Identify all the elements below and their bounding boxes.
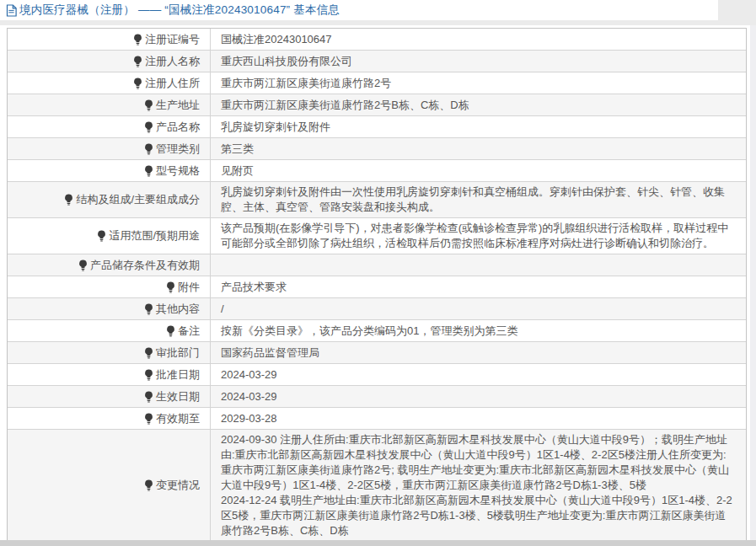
table-row: 适用范围/预期用途 该产品预期(在影像学引导下)，对患者影像学检查(或触诊检查异… [8, 218, 746, 254]
lightbulb-icon [133, 78, 142, 89]
table-row: 产品储存条件及有效期 [8, 254, 746, 276]
row-value: 见附页 [211, 160, 746, 181]
row-label-cell: 产品名称 [8, 116, 211, 137]
row-label-cell: 结构及组成/主要组成成分 [8, 182, 211, 217]
table-row: 备注 按新《分类目录》，该产品分类编码为01，管理类别为第三类 [8, 320, 746, 342]
page: 境内医疗器械（注册） —— “国械注准20243010647” 基本信息 注册证… [0, 0, 756, 546]
table-row: 产品名称 乳房旋切穿刺针及附件 [8, 116, 746, 138]
table-row: 生效日期 2024-03-29 [8, 386, 746, 408]
row-label-cell: 审批部门 [8, 342, 211, 363]
horizontal-scrollbar[interactable] [0, 540, 756, 546]
row-value: 国家药品监督管理局 [211, 342, 746, 363]
lightbulb-icon [144, 121, 153, 133]
row-label: 结构及组成/主要组成成分 [76, 192, 200, 207]
row-label-cell: 注册人名称 [8, 51, 211, 72]
row-label-cell: 管理类别 [8, 138, 211, 159]
table-row: 注册人住所 重庆市两江新区康美街道康竹路2号 [8, 72, 746, 94]
row-label-cell: 生效日期 [8, 386, 211, 407]
table-row: 附件 产品技术要求 [8, 276, 746, 298]
header-tab-bar: 境内医疗器械（注册） —— “国械注准20243010647” 基本信息 [0, 0, 756, 25]
row-value: / [211, 298, 746, 319]
lightbulb-icon [144, 143, 153, 155]
table-row: 批准日期 2024-03-29 [8, 364, 746, 386]
row-label: 产品名称 [156, 120, 200, 135]
lightbulb-icon [166, 281, 175, 293]
lightbulb-icon [133, 56, 142, 67]
table-row: 管理类别 第三类 [8, 138, 746, 160]
row-label: 其他内容 [156, 302, 200, 317]
row-label: 适用范围/预期用途 [109, 228, 200, 244]
row-label-cell: 其他内容 [8, 298, 211, 319]
vertical-scrollbar[interactable] [750, 0, 756, 546]
row-label: 注册人名称 [145, 54, 200, 69]
change-paragraph: 2024-12-24 载明生产地址由:重庆市北部新区高新园木星科技发展中心（黄山… [221, 493, 736, 538]
lightbulb-icon [97, 230, 106, 242]
lightbulb-icon [78, 260, 88, 271]
row-label-cell: 变更情况 [8, 430, 211, 541]
row-value: 重庆西山科技股份有限公司 [211, 51, 746, 72]
row-label: 管理类别 [156, 142, 200, 157]
lightbulb-icon [166, 325, 175, 337]
row-value: 该产品预期(在影像学引导下)，对患者影像学检查(或触诊检查异常)的乳腺组织进行活… [211, 218, 746, 254]
row-label: 生产地址 [156, 98, 200, 113]
row-label-cell: 批准日期 [8, 364, 211, 385]
lightbulb-icon [144, 303, 153, 315]
lightbulb-icon [144, 165, 153, 177]
table-row: 有效期至 2029-03-28 [8, 408, 746, 430]
lightbulb-icon [133, 34, 142, 46]
row-value: 乳房旋切穿刺针及附件由一次性使用乳房旋切穿刺针和真空桶组成。穿刺针由保护套、针尖… [211, 182, 746, 217]
document-icon [6, 4, 17, 17]
row-label-cell: 型号规格 [8, 160, 211, 181]
row-label-cell: 备注 [8, 320, 211, 341]
row-value [211, 254, 746, 276]
table-row: 生产地址 重庆市两江新区康美街道康竹路2号B栋、C栋、D栋 [8, 94, 746, 116]
row-label: 变更情况 [156, 478, 200, 493]
lightbulb-icon [144, 99, 153, 111]
row-label: 批准日期 [156, 367, 200, 383]
lightbulb-icon [144, 479, 153, 491]
row-value: 2029-03-28 [211, 408, 746, 429]
page-title: 境内医疗器械（注册） —— “国械注准20243010647” 基本信息 [19, 3, 340, 18]
row-label-cell: 附件 [8, 276, 211, 297]
row-label-cell: 注册证编号 [8, 29, 211, 50]
table-row: 注册证编号 国械注准20243010647 [8, 29, 746, 51]
change-paragraph: 2024-09-30 注册人住所由:重庆市北部新区高新园木星科技发展中心（黄山大… [221, 432, 736, 493]
row-label-cell: 生产地址 [8, 94, 211, 115]
row-label-cell: 适用范围/预期用途 [8, 218, 211, 254]
row-value: 按新《分类目录》，该产品分类编码为01，管理类别为第三类 [211, 320, 746, 341]
row-label-cell: 注册人住所 [8, 72, 211, 94]
row-label: 注册人住所 [145, 76, 200, 91]
row-label-cell: 有效期至 [8, 408, 211, 429]
table-row: 注册人名称 重庆西山科技股份有限公司 [8, 51, 746, 72]
row-label-cell: 产品储存条件及有效期 [8, 254, 211, 276]
row-value: 重庆市两江新区康美街道康竹路2号 [211, 72, 746, 94]
table-row: 其他内容 / [8, 298, 746, 320]
lightbulb-icon [144, 369, 153, 381]
lightbulb-icon [144, 391, 153, 403]
table-row: 结构及组成/主要组成成分 乳房旋切穿刺针及附件由一次性使用乳房旋切穿刺针和真空桶… [8, 182, 746, 218]
row-label: 注册证编号 [145, 32, 200, 47]
row-value: 2024-03-29 [211, 364, 746, 385]
table-row: 审批部门 国家药品监督管理局 [8, 342, 746, 364]
row-value: 2024-03-29 [211, 386, 746, 407]
row-label: 型号规格 [156, 163, 200, 179]
lightbulb-icon [144, 413, 153, 425]
row-value: 第三类 [211, 138, 746, 159]
row-label: 审批部门 [156, 345, 200, 361]
table-row: 变更情况 2024-09-30 注册人住所由:重庆市北部新区高新园木星科技发展中… [8, 430, 746, 542]
row-label: 备注 [178, 324, 200, 339]
table-row: 型号规格 见附页 [8, 160, 746, 182]
row-value: 乳房旋切穿刺针及附件 [211, 116, 746, 137]
row-value: 重庆市两江新区康美街道康竹路2号B栋、C栋、D栋 [211, 94, 746, 115]
row-value: 2024-09-30 注册人住所由:重庆市北部新区高新园木星科技发展中心（黄山大… [211, 430, 746, 541]
row-label: 附件 [178, 280, 200, 295]
lightbulb-icon [144, 347, 153, 359]
row-label: 有效期至 [156, 411, 200, 426]
info-table: 注册证编号 国械注准20243010647 注册人名称 重庆西山科技股份有限公司 [7, 28, 747, 546]
row-label: 生效日期 [156, 389, 200, 404]
lightbulb-icon [64, 194, 73, 206]
row-label: 产品储存条件及有效期 [90, 258, 200, 273]
row-value: 产品技术要求 [211, 276, 746, 297]
row-value: 国械注准20243010647 [211, 29, 746, 50]
header-tab: 境内医疗器械（注册） —— “国械注准20243010647” 基本信息 [0, 0, 718, 20]
